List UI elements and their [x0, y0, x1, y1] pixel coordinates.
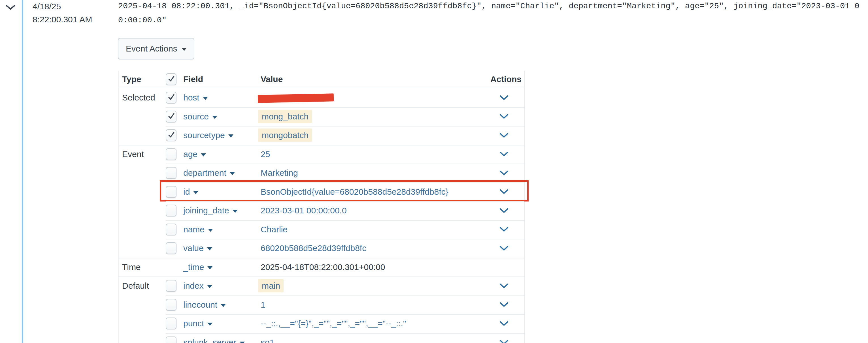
field-value-cell: 2023-03-01 00:00:00.0	[260, 206, 490, 215]
caret-down-icon	[203, 97, 208, 100]
field-actions-button[interactable]	[498, 131, 510, 139]
actions-cell	[490, 338, 524, 343]
field-actions-button[interactable]	[498, 112, 510, 121]
event-raw-text: 2025-04-18 08:22:00.301, _id="BsonObject…	[118, 0, 862, 28]
actions-cell	[490, 319, 524, 328]
caret-down-icon	[240, 342, 245, 343]
field-name-link[interactable]: source	[183, 112, 209, 122]
field-actions-button[interactable]	[498, 225, 510, 234]
caret-down-icon	[221, 304, 226, 307]
chevron-down-icon	[500, 321, 508, 326]
field-actions-button[interactable]	[498, 338, 510, 343]
field-value[interactable]: so1	[260, 338, 274, 343]
actions-cell	[490, 169, 524, 177]
field-value[interactable]: BsonObjectId{value=68020b588d5e28d39ffdb…	[260, 187, 448, 196]
field-name-link[interactable]: linecount	[183, 300, 217, 310]
chevron-down-icon	[500, 227, 508, 232]
field-actions-button[interactable]	[498, 150, 510, 158]
field-select-checkbox[interactable]	[166, 242, 177, 254]
column-header-type: Type	[119, 74, 166, 84]
field-name-link[interactable]: _time	[183, 262, 204, 272]
caret-down-icon	[182, 48, 186, 51]
field-actions-button[interactable]	[498, 244, 510, 252]
event-date: 4/18/25	[33, 0, 92, 13]
field-value-cell: Charlie	[260, 225, 490, 234]
field-name-link[interactable]: joining_date	[183, 206, 229, 215]
event-actions-button[interactable]: Event Actions	[118, 38, 194, 60]
actions-cell	[490, 244, 524, 252]
checkbox-cell	[166, 337, 183, 343]
field-name-link[interactable]: host	[183, 93, 199, 102]
field-name-link[interactable]: sourcetype	[183, 131, 225, 140]
field-select-checkbox[interactable]	[166, 280, 177, 292]
checkbox-cell	[166, 148, 183, 160]
actions-cell	[490, 282, 524, 290]
field-value[interactable]: main	[258, 279, 284, 293]
field-value[interactable]: Charlie	[260, 225, 287, 234]
redaction-bar	[258, 93, 334, 103]
field-name-link[interactable]: department	[183, 168, 226, 178]
field-name-cell: host	[183, 93, 260, 102]
field-actions-button[interactable]	[498, 169, 510, 177]
field-value[interactable]: Marketing	[260, 168, 298, 177]
field-name-cell: punct	[183, 319, 260, 328]
field-name-link[interactable]: id	[183, 187, 190, 197]
field-name-cell: age	[183, 149, 260, 159]
event-time: 8:22:00.301 AM	[33, 13, 92, 26]
field-select-checkbox[interactable]	[166, 337, 177, 343]
header-checkbox[interactable]	[166, 73, 177, 85]
field-value: 2025-04-18T08:22:00.301+00:00	[260, 262, 385, 272]
field-actions-button[interactable]	[498, 94, 510, 102]
field-row-age: Eventage25	[119, 145, 524, 164]
field-select-checkbox[interactable]	[166, 92, 177, 104]
caret-down-icon	[207, 285, 212, 288]
field-actions-button[interactable]	[498, 301, 510, 309]
field-name-link[interactable]: value	[183, 243, 204, 253]
field-name-link[interactable]: age	[183, 149, 197, 159]
fields-table: Type Field Value Actions Selectedhost10.…	[118, 71, 525, 343]
field-value[interactable]: --_::.,__="{=}",_="",_="",_="",__="--_::…	[260, 319, 406, 328]
field-value-cell: Marketing	[260, 168, 490, 178]
field-select-checkbox[interactable]	[166, 186, 177, 198]
field-value[interactable]: mongobatch	[258, 129, 312, 142]
caret-down-icon	[207, 322, 213, 326]
field-select-checkbox[interactable]	[166, 111, 177, 123]
checkbox-cell	[166, 280, 183, 292]
actions-cell	[490, 112, 524, 121]
field-select-checkbox[interactable]	[166, 205, 177, 216]
field-actions-button[interactable]	[498, 319, 510, 328]
field-value[interactable]: 1	[260, 300, 266, 309]
field-value[interactable]: 2023-03-01 00:00:00.0	[260, 206, 347, 215]
actions-cell	[490, 207, 524, 215]
actions-cell	[490, 225, 524, 234]
field-value[interactable]: 10.202.11.128	[260, 93, 314, 102]
column-header-value: Value	[260, 74, 490, 84]
caret-down-icon	[207, 266, 213, 269]
caret-down-icon	[230, 172, 235, 175]
field-select-checkbox[interactable]	[166, 129, 177, 141]
field-value[interactable]: mong_batch	[258, 110, 312, 123]
checkbox-cell	[166, 167, 183, 179]
caret-down-icon	[193, 191, 198, 194]
field-name-link[interactable]: index	[183, 281, 204, 290]
event-expander-button[interactable]	[4, 3, 17, 13]
actions-cell	[490, 187, 524, 196]
field-select-checkbox[interactable]	[166, 224, 177, 236]
field-value-cell: 25	[260, 149, 490, 159]
field-select-checkbox[interactable]	[166, 299, 177, 311]
field-select-checkbox[interactable]	[166, 148, 177, 160]
check-icon	[167, 93, 175, 101]
field-select-checkbox[interactable]	[166, 317, 177, 330]
field-name-link[interactable]: punct	[183, 319, 204, 328]
field-name-link[interactable]: name	[183, 225, 205, 234]
field-actions-button[interactable]	[498, 282, 510, 290]
field-actions-button[interactable]	[498, 207, 510, 215]
field-value[interactable]: 25	[260, 149, 270, 159]
field-name-cell: joining_date	[183, 206, 260, 215]
field-name-link[interactable]: splunk_server	[183, 338, 236, 343]
field-value-cell: mong_batch	[260, 112, 490, 122]
field-value[interactable]: 68020b588d5e28d39ffdb8fc	[260, 243, 366, 253]
field-actions-button[interactable]	[498, 187, 510, 196]
field-row-host: Selectedhost10.202.11.128	[119, 88, 524, 107]
field-select-checkbox[interactable]	[166, 167, 177, 179]
